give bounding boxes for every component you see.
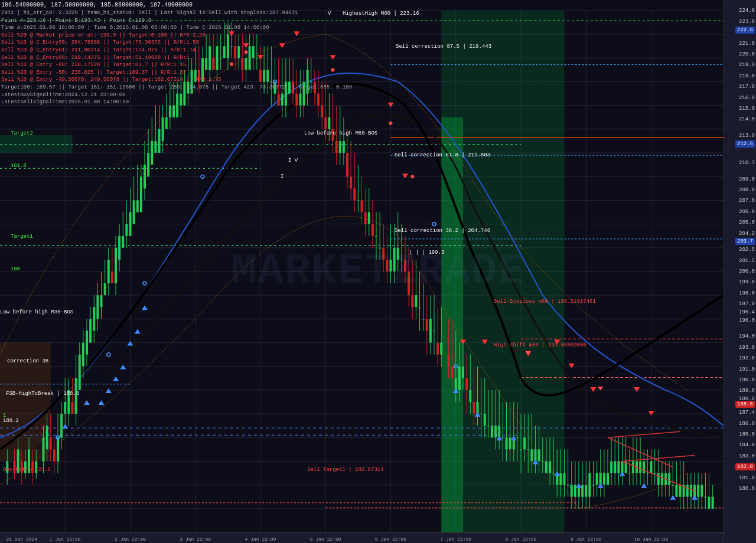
- price-197: 197.0: [739, 301, 755, 307]
- price-204-2: 204.2: [739, 231, 755, 237]
- sell-correction-875-label: Sell correction 87.5 | 219.443: [396, 44, 491, 50]
- fsb-high-to-break-label: FSB-HighToBreak | 188.8: [6, 391, 79, 397]
- symbol-ohlc: 186.54900000, 187.50000000, 185.86000000…: [1, 1, 352, 9]
- price-199: 199.0: [739, 279, 755, 285]
- price-223: 223.0: [739, 19, 755, 25]
- time-1jan: 1 Jan 22:00: [50, 537, 81, 542]
- price-186: 186.0: [739, 421, 755, 427]
- price-213: 213.0: [739, 133, 755, 139]
- low-before-high-m60-label: Low before high M60-BOS: [304, 130, 377, 136]
- price-216: 216.0: [739, 95, 755, 101]
- price-218: 218.0: [739, 73, 755, 79]
- price-206: 206.0: [739, 209, 755, 215]
- price-axis: 224.0 223.0 222.5 221.0 220.0 219.0 218.…: [724, 0, 756, 543]
- price-192: 192.0: [739, 355, 755, 361]
- price-196-4: 196.4: [739, 309, 755, 315]
- price-198: 198.0: [739, 290, 755, 296]
- chart-container: MARKETZRADE 186.54900000, 187.50000000, …: [0, 0, 756, 543]
- time-2jan: 2 Jan 22:00: [115, 537, 146, 542]
- points-info: Point A:223.16 | Point B:193.43 | Point …: [1, 17, 352, 25]
- price-209: 209.0: [739, 176, 755, 182]
- correction-38-label: correction 38: [7, 358, 48, 364]
- sell-entry-4: Sell %10 @ C_Entry88: 219.14375 || Targe…: [1, 54, 352, 62]
- buy-entry-label: Buy Entry -23.6: [3, 467, 51, 473]
- price-207: 207.0: [739, 198, 755, 204]
- price-202-5: 202.5: [739, 247, 755, 253]
- price-188-6: 188.6: [735, 401, 755, 408]
- roman-IV-label: I V: [288, 158, 298, 163]
- 100-label: 100: [11, 266, 20, 272]
- low-before-high-m30-label: Low before high M30-BOS: [0, 309, 73, 315]
- price-190: 190.0: [739, 377, 755, 383]
- high-shift-label: High-shift m60 | 193.06000000: [494, 342, 586, 348]
- time-4jan: 4 Jan 22:00: [245, 537, 276, 542]
- target-info: Target100: 169.57 || Target 161: 151.196…: [1, 84, 352, 91]
- target1-label: Target1: [11, 234, 33, 240]
- sell-entry-1: Sell %20 @ Market price or at: 199.3 || …: [1, 32, 352, 40]
- price-181: 181.0: [739, 475, 755, 481]
- sell-stoploss-label: Sell-Stoploss m60 | 196.31617461: [494, 299, 596, 305]
- time-3jan: 3 Jan 22:00: [180, 537, 211, 542]
- price-221: 221.0: [739, 41, 755, 47]
- sell-entry-6: Sell %20 @ Entry -50: 238.025 || Target:…: [1, 69, 352, 77]
- price-180: 180.0: [739, 486, 755, 492]
- sell-target1-label: Sell Target1 | 182.07314: [307, 467, 384, 473]
- price-191: 191.0: [739, 367, 755, 372]
- price-220: 220.0: [739, 51, 755, 57]
- correction-87-sub: 1: [3, 413, 6, 418]
- sell-entry-3: Sell %10 @ C_Entry61: 211,80314 || Targe…: [1, 47, 352, 54]
- 161-8-label: 161.8: [11, 163, 27, 169]
- time-5jan: 5 Jan 22:00: [310, 537, 341, 542]
- price-203-7: 203.7: [735, 238, 755, 245]
- time-6jan: 6 Jan 22:00: [375, 537, 406, 542]
- watermark: MARKETZRADE: [231, 247, 524, 296]
- price-182: 182.0: [735, 463, 755, 470]
- line-info: 2911 | h1_atr_c0: 2.3229 | tema_h1_statu…: [1, 9, 352, 17]
- time-8jan: 8 Jan 22:00: [506, 537, 537, 542]
- time-axis: 31 Dec 2024 1 Jan 22:00 2 Jan 22:00 3 Ja…: [0, 532, 724, 543]
- highest-high-label: HighestHigh M60 | 223.16: [343, 11, 419, 17]
- price-193: 193.0: [739, 345, 755, 351]
- price-214: 214.0: [739, 116, 755, 122]
- price-184: 184.0: [739, 442, 755, 448]
- price-201-5: 201.5: [739, 258, 755, 264]
- correction-87-label: 188.2: [3, 418, 19, 424]
- sell-entry-7: Sell %10 @ Entry -49.50078: 249.50078 ||…: [1, 76, 352, 84]
- buy-signal-time: LatestBuySignalTime:2024.12.31 23:00:00: [1, 91, 352, 99]
- price-199-label: | | | 199.3: [409, 250, 444, 256]
- price-224: 224.0: [739, 8, 755, 14]
- price-210-7: 210.7: [739, 160, 755, 166]
- price-200: 200.0: [739, 269, 755, 274]
- roman-I-label: I: [281, 174, 284, 179]
- price-187-4: 187.4: [739, 410, 755, 416]
- price-217: 217.0: [739, 84, 755, 90]
- top-info-panel: 186.54900000, 187.50000000, 185.86000000…: [1, 1, 352, 106]
- sell-entry-2: Sell %10 @ C_Entry38: 204.78686 || Targe…: [1, 39, 352, 47]
- sell-correction-382-label: Sell correction 38.2 | 204.746: [395, 228, 490, 234]
- time-10jan: 10 Jan 22:00: [634, 537, 669, 542]
- price-219: 219.0: [739, 62, 755, 68]
- price-196: 196.0: [739, 318, 755, 323]
- sell-signal-time: LatestSellSignalTime:2025.01.08 14:00:00: [1, 99, 352, 106]
- price-194: 194.0: [739, 333, 755, 339]
- sell-correction-618-label: Sell correction 61.8 | 211.803: [395, 152, 490, 158]
- price-212-5: 212.5: [735, 140, 755, 148]
- time-31dec: 31 Dec 2024: [6, 537, 37, 542]
- time-info: Time A:2025.01.06 16:00:00 | Time B:2025…: [1, 24, 352, 32]
- sell-entry-5: Sell %10 @ Entry -88: 230.17628 || Targe…: [1, 61, 352, 69]
- time-7jan: 7 Jan 22:00: [440, 537, 471, 542]
- price-222-5: 222.5: [735, 27, 755, 34]
- price-205: 205.0: [739, 220, 755, 225]
- price-215: 215.0: [739, 106, 755, 112]
- target2-label: Target2: [11, 130, 33, 136]
- time-9jan: 9 Jan 22:00: [571, 537, 602, 542]
- price-183: 183.0: [739, 453, 755, 459]
- price-185: 185.0: [739, 431, 755, 437]
- price-208: 208.0: [739, 187, 755, 193]
- price-189: 189.0: [739, 388, 755, 394]
